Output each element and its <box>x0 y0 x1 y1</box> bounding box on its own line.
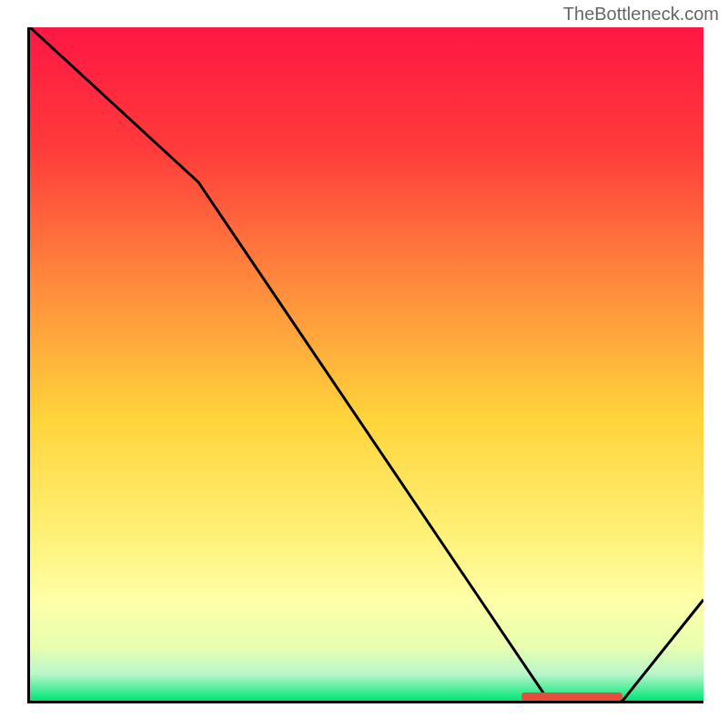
chart-container: TheBottleneck.com <box>0 0 728 728</box>
bottleneck-curve <box>30 27 703 701</box>
optimal-range-marker <box>521 693 622 701</box>
plot-area <box>27 27 703 703</box>
watermark-text: TheBottleneck.com <box>563 4 719 25</box>
